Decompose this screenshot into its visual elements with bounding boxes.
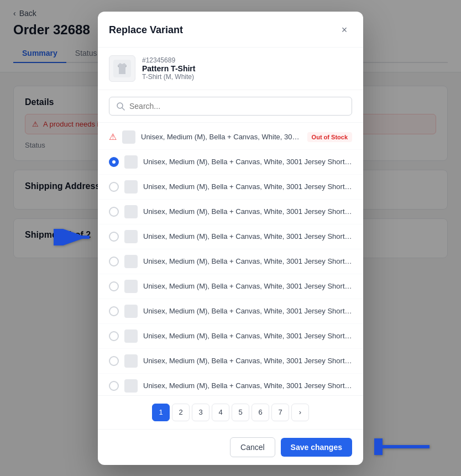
variant-text: Unisex, Medium (M), Bella + Canvas, Whit… <box>143 257 352 265</box>
color-swatch <box>124 329 138 343</box>
color-swatch <box>124 280 138 293</box>
color-swatch <box>124 155 138 169</box>
replace-variant-modal: Replace Variant × #12345689 Pattern T-Sh… <box>98 12 363 465</box>
variant-text: Unisex, Medium (M), Bella + Canvas, Whit… <box>143 158 352 166</box>
variant-row[interactable]: Unisex, Medium (M), Bella + Canvas, Whit… <box>98 374 363 395</box>
search-icon <box>116 102 125 111</box>
page-button-1[interactable]: 1 <box>152 404 170 421</box>
variant-text: Unisex, Medium (M), Bella + Canvas, Whit… <box>143 232 352 240</box>
variant-row[interactable]: Unisex, Medium (M), Bella + Canvas, Whit… <box>98 274 363 299</box>
variant-text: Unisex, Medium (M), Bella + Canvas, Whit… <box>143 332 352 340</box>
variant-row[interactable]: ⚠Unisex, Medium (M), Bella + Canvas, Whi… <box>98 125 363 150</box>
color-swatch <box>124 354 138 368</box>
color-swatch <box>124 230 138 243</box>
radio-selected[interactable] <box>109 157 119 167</box>
color-swatch <box>124 180 138 193</box>
left-arrow-annotation <box>48 229 92 248</box>
variant-row[interactable]: Unisex, Medium (M), Bella + Canvas, Whit… <box>98 299 363 324</box>
radio-option[interactable] <box>109 381 119 391</box>
radio-option[interactable] <box>109 257 119 266</box>
variant-row[interactable]: Unisex, Medium (M), Bella + Canvas, Whit… <box>98 224 363 249</box>
variant-row[interactable]: Unisex, Medium (M), Bella + Canvas, Whit… <box>98 249 363 274</box>
cancel-button[interactable]: Cancel <box>230 437 275 457</box>
warning-icon: ⚠ <box>109 132 117 142</box>
page-button-2[interactable]: 2 <box>172 404 190 421</box>
search-input[interactable] <box>129 102 345 111</box>
modal-header: Replace Variant × <box>98 12 363 48</box>
page-next-button[interactable]: › <box>291 404 309 421</box>
close-button[interactable]: × <box>337 23 352 38</box>
variant-text: Unisex, Medium (M), Bella + Canvas, Whit… <box>143 381 352 390</box>
variant-text: Unisex, Medium (M), Bella + Canvas, Whit… <box>143 307 352 315</box>
color-swatch <box>124 205 138 218</box>
search-bar <box>98 90 363 123</box>
modal-overlay: Replace Variant × #12345689 Pattern T-Sh… <box>0 0 461 476</box>
search-input-wrap[interactable] <box>109 97 352 116</box>
product-info: #12345689 Pattern T-Shirt T-Shirt (M, Wh… <box>98 48 363 90</box>
radio-option[interactable] <box>109 281 119 291</box>
product-sku: #12345689 <box>142 56 195 64</box>
radio-option[interactable] <box>109 232 119 242</box>
page-button-7[interactable]: 7 <box>271 404 289 421</box>
variant-text: Unisex, Medium (M), Bella + Canvas, Whit… <box>143 182 352 191</box>
modal-footer: Cancel Save changes <box>98 429 363 465</box>
variant-text: Unisex, Medium (M), Bella + Canvas, Whit… <box>143 207 352 216</box>
out-of-stock-badge: Out of Stock <box>307 132 352 142</box>
radio-option[interactable] <box>109 356 119 366</box>
color-swatch <box>122 130 135 144</box>
variant-text: Unisex, Medium (M), Bella + Canvas, Whit… <box>141 133 302 141</box>
product-details: #12345689 Pattern T-Shirt T-Shirt (M, Wh… <box>142 56 195 81</box>
page-button-4[interactable]: 4 <box>212 404 229 421</box>
product-variant: T-Shirt (M, White) <box>142 73 195 81</box>
radio-option[interactable] <box>109 182 119 192</box>
radio-option[interactable] <box>109 331 119 341</box>
page-button-6[interactable]: 6 <box>252 404 269 421</box>
variant-row[interactable]: Unisex, Medium (M), Bella + Canvas, Whit… <box>98 200 363 224</box>
variant-row[interactable]: Unisex, Medium (M), Bella + Canvas, Whit… <box>98 150 363 175</box>
variant-row[interactable]: Unisex, Medium (M), Bella + Canvas, Whit… <box>98 349 363 374</box>
right-arrow-annotation <box>374 438 435 457</box>
color-swatch <box>124 305 138 318</box>
variant-row[interactable]: Unisex, Medium (M), Bella + Canvas, Whit… <box>98 175 363 200</box>
pagination: 1234567› <box>98 395 363 429</box>
svg-line-4 <box>122 108 124 110</box>
product-name: Pattern T-Shirt <box>142 64 195 73</box>
variant-list: ⚠Unisex, Medium (M), Bella + Canvas, Whi… <box>98 123 363 395</box>
radio-option[interactable] <box>109 207 119 217</box>
radio-option[interactable] <box>109 306 119 316</box>
color-swatch <box>124 379 138 393</box>
variant-text: Unisex, Medium (M), Bella + Canvas, Whit… <box>143 357 352 365</box>
modal-title: Replace Variant <box>109 24 183 36</box>
page-button-3[interactable]: 3 <box>192 404 209 421</box>
variant-row[interactable]: Unisex, Medium (M), Bella + Canvas, Whit… <box>98 324 363 349</box>
variant-text: Unisex, Medium (M), Bella + Canvas, Whit… <box>143 282 352 290</box>
color-swatch <box>124 255 138 268</box>
page-button-5[interactable]: 5 <box>232 404 249 421</box>
product-thumbnail <box>109 55 135 82</box>
save-button[interactable]: Save changes <box>281 438 352 457</box>
